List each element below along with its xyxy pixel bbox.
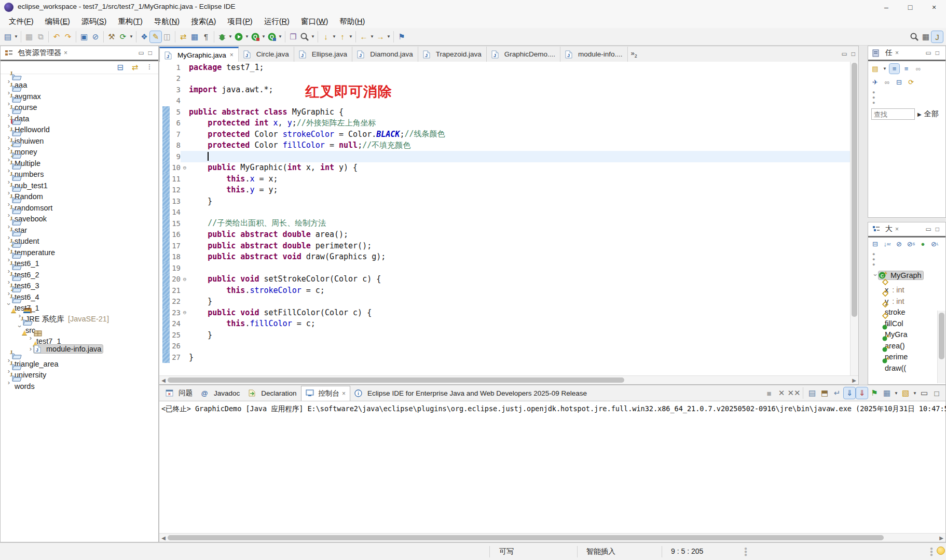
code-text[interactable]: package test7_1;	[189, 62, 851, 73]
scroll-stdout-icon[interactable]: ⇓	[844, 387, 855, 399]
team-icon[interactable]: ∞	[882, 77, 892, 87]
collapsed-chevron-icon[interactable]: ›	[28, 334, 34, 342]
code-text[interactable]	[189, 341, 851, 352]
close-view-icon[interactable]: ×	[64, 49, 67, 57]
build-project-icon[interactable]: ⟳	[117, 31, 129, 43]
hide-local-icon[interactable]: ⊘L	[930, 239, 940, 249]
synchronize-icon[interactable]: ⟳	[906, 77, 916, 87]
outline-item-stroke[interactable]: stroke	[868, 303, 945, 315]
editor-tab-mygraphic-java[interactable]: JMyGraphic.java×	[159, 47, 239, 62]
code-text[interactable]: }	[189, 296, 851, 307]
overflow-dots[interactable]: ●●●	[868, 89, 945, 106]
search-flashlight-icon[interactable]	[299, 31, 310, 43]
line-number[interactable]: 19	[170, 264, 181, 272]
debug-icon-dropdown[interactable]: ▼	[228, 31, 233, 43]
show-table-icon[interactable]: ▦	[189, 31, 200, 43]
close-tab-icon[interactable]: ×	[230, 51, 234, 59]
new-task-icon[interactable]: ▤	[870, 64, 880, 74]
menu-e[interactable]: 编辑(E)	[39, 15, 76, 27]
minimize-window-button[interactable]: –	[874, 0, 898, 15]
maximize-window-button[interactable]: □	[898, 0, 922, 15]
code-text[interactable]: public abstract class MyGraphic {	[189, 106, 851, 118]
scroll-left-icon[interactable]: ◀	[159, 535, 168, 541]
terminate-icon[interactable]: ■	[763, 387, 775, 399]
close-tab-icon[interactable]: ×	[342, 390, 346, 397]
collapse-all-icon[interactable]: ⊟	[870, 239, 880, 249]
redo-icon[interactable]: ↷	[62, 31, 74, 43]
line-number[interactable]: 7	[170, 130, 181, 138]
tab-overflow-indicator[interactable]: »2	[631, 49, 637, 59]
code-text[interactable]	[189, 95, 851, 107]
menu-f[interactable]: 文件(F)	[3, 15, 39, 27]
next-edit-icon[interactable]: ⇄	[177, 31, 189, 43]
code-text[interactable]: public abstract void draw(Graphics g);	[189, 251, 851, 263]
editor-tab-trapezoid-java[interactable]: JTrapezoid.java	[418, 47, 487, 62]
line-number[interactable]: 3	[170, 86, 181, 94]
categorized-view-icon[interactable]: ≡	[889, 64, 899, 74]
code-text[interactable]: protected int x, y;//外接矩阵左上角坐标	[189, 118, 851, 129]
line-number[interactable]: 23	[170, 309, 181, 317]
new-wizard-icon-dropdown[interactable]: ▼	[13, 31, 19, 43]
collapse-all-icon[interactable]: ⊟	[115, 62, 126, 73]
scroll-lock-icon[interactable]: ⬒	[819, 387, 830, 399]
line-number[interactable]: 5	[170, 108, 181, 116]
console-tab--[interactable]: 控制台×	[301, 386, 351, 401]
close-view-icon[interactable]: ×	[895, 226, 899, 233]
collapse-all-icon[interactable]: ⊟	[894, 77, 904, 87]
save-all-icon[interactable]: ⧉	[35, 31, 46, 43]
console-tab-eclipse-ide-for-enterprise-java-and-web-developers-2025-09-release[interactable]: iEclipse IDE for Enterprise Java and Web…	[350, 386, 591, 401]
minimize-icon[interactable]: ▭	[918, 387, 930, 399]
fold-marker[interactable]	[181, 341, 189, 352]
fold-marker[interactable]: ⊖	[181, 274, 189, 285]
editor-tab-graphicdemo-[interactable]: JGraphicDemo....	[487, 47, 560, 62]
task-find-input[interactable]	[871, 108, 915, 120]
code-text[interactable]: public void setFillColor(Color c) {	[189, 307, 851, 318]
fold-marker[interactable]	[181, 352, 189, 363]
new-wizard-icon[interactable]: ▤	[2, 31, 13, 43]
line-number[interactable]: 9	[170, 152, 181, 161]
menu-n[interactable]: 导航(N)	[148, 15, 185, 27]
editor-tab-diamond-java[interactable]: JDiamond.java	[352, 47, 418, 62]
menu-s[interactable]: 源码(S)	[76, 15, 112, 27]
expand-icon[interactable]: ▶	[917, 111, 922, 117]
editor-right-sash[interactable]	[859, 46, 868, 385]
code-text[interactable]: this.y = y;	[189, 185, 851, 196]
code-text[interactable]: }	[189, 195, 851, 207]
close-view-icon[interactable]: ×	[895, 49, 899, 57]
code-text[interactable]	[189, 151, 851, 162]
code-text[interactable]: }	[189, 329, 851, 341]
display-console-icon-dropdown[interactable]: ▼	[894, 387, 899, 399]
coverage-icon-dropdown[interactable]: ▼	[261, 31, 266, 43]
minimize-editor-icon[interactable]: ▭	[841, 50, 847, 58]
code-text[interactable]	[189, 207, 851, 218]
fold-marker[interactable]	[181, 240, 189, 251]
editor-tab-circle-java[interactable]: JCircle.java	[239, 47, 294, 62]
editor-tab-module-info-[interactable]: Jmodule-info....	[560, 47, 628, 62]
right-panel-sash[interactable]	[868, 218, 946, 222]
build-project-icon-dropdown[interactable]: ▼	[129, 31, 134, 43]
line-number[interactable]: 14	[170, 208, 181, 216]
undo-icon[interactable]: ↶	[51, 31, 62, 43]
editor-horizontal-scrollbar[interactable]: ◀ ▶	[159, 375, 858, 384]
open-element-icon[interactable]: ▣	[78, 31, 90, 43]
scroll-right-icon[interactable]: ▶	[937, 535, 945, 541]
overflow-dots[interactable]: ●●●	[868, 250, 945, 268]
fold-marker[interactable]	[181, 140, 189, 151]
console-tab-javadoc[interactable]: @Javadoc	[197, 386, 244, 401]
fold-marker[interactable]	[181, 218, 189, 229]
debug-icon[interactable]	[216, 31, 228, 43]
fold-marker[interactable]	[181, 262, 189, 274]
line-number[interactable]: 4	[170, 96, 181, 105]
prev-annotation-icon-dropdown[interactable]: ▼	[348, 31, 353, 43]
menu-h[interactable]: 帮助(H)	[334, 15, 371, 27]
line-number[interactable]: 26	[170, 342, 181, 350]
fold-marker[interactable]	[181, 318, 189, 330]
open-perspective-icon[interactable]: ▦	[920, 31, 931, 43]
line-number[interactable]: 1	[170, 63, 181, 72]
outline-scrollbar[interactable]	[937, 311, 945, 383]
line-number[interactable]: 18	[170, 253, 181, 261]
fold-marker[interactable]	[181, 95, 189, 107]
fold-marker[interactable]	[181, 84, 189, 95]
line-number[interactable]: 12	[170, 186, 181, 194]
pin-console-icon[interactable]: ⚑	[869, 387, 880, 399]
